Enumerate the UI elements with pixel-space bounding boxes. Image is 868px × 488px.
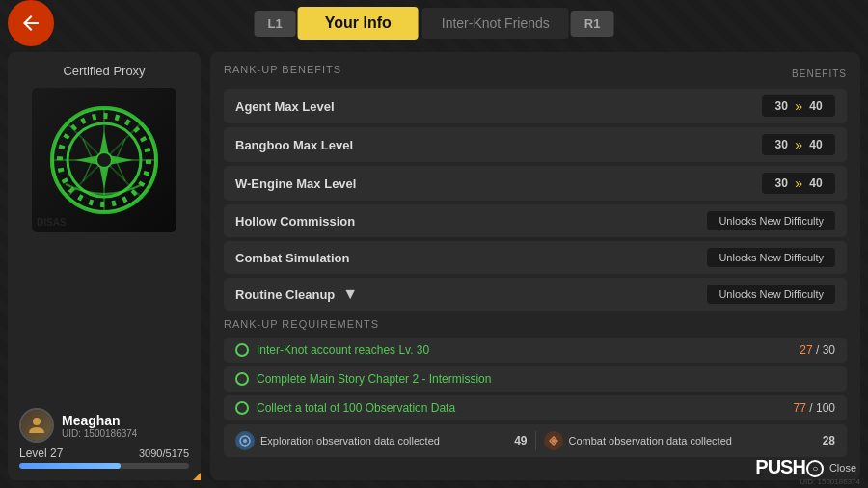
explore-icon-svg [238, 434, 252, 447]
push-logo: PUSH○ [755, 456, 824, 478]
benefit-name-hollow: Hollow Commission [235, 214, 355, 229]
user-info-section: Meaghan UID: 1500186374 Level 27 3090/51… [19, 408, 189, 469]
req-1-separator: / [816, 343, 823, 357]
explore-obs-label: Exploration observation data collected [260, 435, 440, 447]
close-label: Close [829, 462, 856, 474]
certified-proxy-title: Certified Proxy [63, 64, 145, 78]
back-icon [19, 12, 42, 35]
req-3-current: 77 [794, 401, 806, 415]
bottom-right-controls: PUSH○ Close [755, 456, 856, 478]
avatar-icon [25, 414, 48, 437]
req-1-progress: 27 / 30 [800, 343, 835, 357]
dropdown-arrow-routine[interactable]: ▼ [342, 285, 358, 303]
req-2-text: Complete Main Story Chapter 2 - Intermis… [257, 372, 491, 386]
combat-icon-svg [547, 434, 560, 447]
l1-button[interactable]: L1 [255, 11, 296, 37]
benefit-routine-left: Routine Cleanup ▼ [235, 285, 358, 303]
benefit-unlock-hollow: Unlocks New Difficulty [707, 211, 835, 230]
benefit-from-agent: 30 [772, 99, 791, 113]
benefit-w-engine-max-level: W-Engine Max Level 30 » 40 [224, 166, 847, 201]
req-3-left: Collect a total of 100 Observation Data [235, 401, 455, 415]
req-1-left: Inter-Knot account reaches Lv. 30 [235, 343, 429, 357]
req-3-separator: / [809, 401, 816, 415]
req-3-progress: 77 / 100 [794, 401, 835, 415]
exp-bar-container [19, 463, 189, 469]
explore-obs-count: 49 [514, 434, 527, 447]
benefit-from-wengine: 30 [772, 176, 791, 190]
push-circle-icon: ○ [806, 460, 824, 477]
benefit-values-wengine: 30 » 40 [762, 173, 835, 194]
requirements-section: Rank-Up Requirements Inter-Knot account … [224, 318, 847, 457]
tab-group: L1 Your Info Inter-Knot Friends R1 [255, 7, 614, 40]
svg-point-2 [96, 152, 112, 168]
svg-point-7 [243, 439, 247, 443]
user-row: Meaghan UID: 1500186374 [19, 408, 189, 443]
user-uid: UID: 1500186374 [62, 428, 137, 439]
user-name-uid: Meaghan UID: 1500186374 [62, 413, 137, 439]
req-3-total: 100 [816, 401, 835, 415]
level-exp: 3090/5175 [139, 447, 189, 459]
combat-obs-label: Combat observation data collected [569, 435, 732, 447]
arrow-icon-bangboo: » [795, 137, 802, 152]
benefit-to-agent: 40 [806, 99, 826, 113]
inter-knot-friends-tab[interactable]: Inter-Knot Friends [422, 8, 569, 39]
benefit-agent-max-level: Agent Max Level 30 » 40 [224, 89, 847, 123]
benefit-name-bangboo: Bangboo Max Level [235, 138, 353, 152]
combat-obs-icon [544, 431, 563, 450]
benefit-name-agent: Agent Max Level [235, 99, 335, 114]
requirement-3: Collect a total of 100 Observation Data … [224, 395, 847, 420]
arrow-icon-agent: » [795, 98, 802, 114]
level-label: Level 27 [19, 447, 63, 460]
benefit-hollow-commission: Hollow Commission Unlocks New Difficulty [224, 204, 847, 237]
main-content: Certified Proxy [8, 52, 860, 480]
req-3-dot [235, 401, 249, 415]
benefit-routine-cleanup: Routine Cleanup ▼ Unlocks New Difficulty [224, 278, 847, 311]
right-panel: Rank-Up Benefits Benefits Agent Max Leve… [210, 52, 860, 480]
req-1-total: 30 [823, 343, 835, 357]
svg-point-5 [33, 418, 41, 425]
combat-obs-section: Combat observation data collected 28 [544, 431, 836, 450]
benefits-right-label: Benefits [792, 68, 847, 79]
benefit-values-bangboo: 30 » 40 [762, 134, 835, 155]
requirement-1: Inter-Knot account reaches Lv. 30 27 / 3… [224, 338, 847, 363]
benefits-header: Rank-Up Benefits Benefits [224, 64, 847, 83]
benefit-unlock-combat: Unlocks New Difficulty [707, 248, 835, 267]
level-row: Level 27 3090/5175 [19, 447, 189, 460]
benefit-values-agent: 30 » 40 [762, 95, 835, 117]
benefit-name-routine: Routine Cleanup [235, 287, 335, 302]
combat-obs-count: 28 [823, 434, 835, 447]
benefit-bangboo-max-level: Bangboo Max Level 30 » 40 [224, 127, 847, 162]
obs-divider [535, 431, 536, 450]
rank-up-requirements-label: Rank-Up Requirements [224, 318, 847, 330]
r1-button[interactable]: R1 [571, 11, 614, 37]
requirement-2: Complete Main Story Chapter 2 - Intermis… [224, 366, 847, 392]
logo-watermark: DISAS [37, 217, 67, 228]
top-bar: L1 Your Info Inter-Knot Friends R1 [0, 0, 868, 46]
benefit-unlock-routine: Unlocks New Difficulty [707, 285, 835, 304]
req-3-text: Collect a total of 100 Observation Data [257, 401, 455, 415]
rank-up-benefits-label: Rank-Up Benefits [224, 64, 341, 75]
benefit-to-bangboo: 40 [806, 138, 826, 151]
uid-watermark: UID: 1500186374 [800, 477, 860, 486]
user-name: Meaghan [62, 413, 137, 428]
svg-point-8 [552, 439, 556, 443]
proxy-logo-container: DISAS [32, 88, 176, 232]
proxy-logo [46, 102, 162, 218]
req-1-text: Inter-Knot account reaches Lv. 30 [257, 343, 429, 357]
req-2-left: Complete Main Story Chapter 2 - Intermis… [235, 372, 491, 386]
user-avatar [19, 408, 54, 443]
arrow-icon-wengine: » [795, 176, 802, 191]
exp-bar-fill [19, 463, 121, 469]
benefit-to-wengine: 40 [806, 176, 826, 190]
req-1-dot [235, 343, 249, 357]
your-info-tab[interactable]: Your Info [298, 7, 419, 40]
benefit-from-bangboo: 30 [772, 138, 791, 151]
benefit-combat-simulation: Combat Simulation Unlocks New Difficulty [224, 241, 847, 274]
explore-obs-icon [235, 431, 255, 450]
avatar-inner [21, 410, 52, 441]
observation-row: Exploration observation data collected 4… [224, 424, 847, 457]
back-button[interactable] [8, 0, 54, 46]
benefit-name-combat: Combat Simulation [235, 251, 349, 265]
req-1-current: 27 [800, 343, 812, 357]
benefit-name-wengine: W-Engine Max Level [235, 176, 356, 191]
